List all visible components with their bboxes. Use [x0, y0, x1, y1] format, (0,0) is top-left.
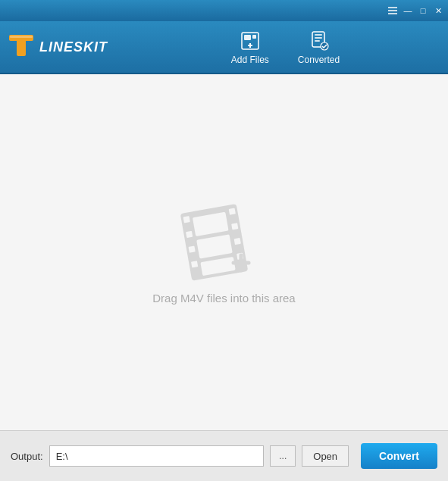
- svg-rect-17: [183, 216, 190, 223]
- svg-rect-7: [244, 35, 251, 40]
- toolbar-buttons: Add Files Converted: [221, 25, 350, 70]
- add-files-icon: [239, 30, 262, 52]
- footer-bar: Output: ... Open Convert: [0, 430, 448, 481]
- output-path-input[interactable]: [49, 445, 265, 467]
- convert-button[interactable]: Convert: [361, 443, 437, 469]
- svg-rect-12: [315, 34, 322, 36]
- svg-rect-8: [252, 35, 256, 39]
- open-button[interactable]: Open: [302, 445, 349, 467]
- add-files-button[interactable]: Add Files: [221, 25, 280, 70]
- add-files-label: Add Files: [231, 55, 269, 65]
- logo: LINESKIT: [8, 33, 108, 61]
- converted-icon: [308, 30, 331, 52]
- svg-rect-14: [315, 40, 320, 42]
- svg-rect-19: [189, 245, 196, 252]
- svg-rect-21: [229, 208, 236, 214]
- browse-button[interactable]: ...: [270, 445, 296, 467]
- converted-button[interactable]: Converted: [287, 25, 350, 70]
- svg-rect-20: [191, 261, 198, 267]
- svg-rect-13: [315, 37, 322, 39]
- film-icon: [174, 201, 273, 292]
- output-label: Output:: [11, 451, 43, 462]
- svg-rect-4: [17, 39, 26, 56]
- toolbar: LINESKIT Add Files: [0, 21, 448, 74]
- maximize-button[interactable]: □: [416, 4, 430, 17]
- svg-rect-22: [232, 223, 239, 230]
- title-bar: — □ ✕: [0, 0, 448, 21]
- settings-button[interactable]: [386, 4, 399, 17]
- close-button[interactable]: ✕: [431, 4, 445, 17]
- svg-rect-5: [10, 36, 33, 38]
- converted-label: Converted: [298, 55, 340, 65]
- minimize-button[interactable]: —: [401, 4, 415, 17]
- svg-rect-18: [186, 230, 193, 237]
- svg-rect-23: [234, 237, 241, 244]
- drag-drop-text: Drag M4V files into this area: [152, 292, 295, 305]
- main-drop-area[interactable]: Drag M4V files into this area: [0, 74, 448, 430]
- drop-zone: Drag M4V files into this area: [152, 201, 295, 305]
- logo-text: LINESKIT: [39, 39, 108, 55]
- logo-icon: [8, 33, 35, 61]
